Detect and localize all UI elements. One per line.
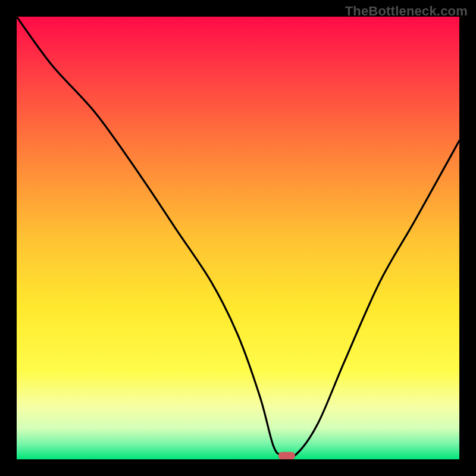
optimal-marker <box>278 452 295 459</box>
plot-area <box>17 17 459 459</box>
gradient-background <box>17 17 459 459</box>
bottleneck-chart <box>17 17 459 459</box>
chart-frame: TheBottleneck.com <box>0 0 476 476</box>
